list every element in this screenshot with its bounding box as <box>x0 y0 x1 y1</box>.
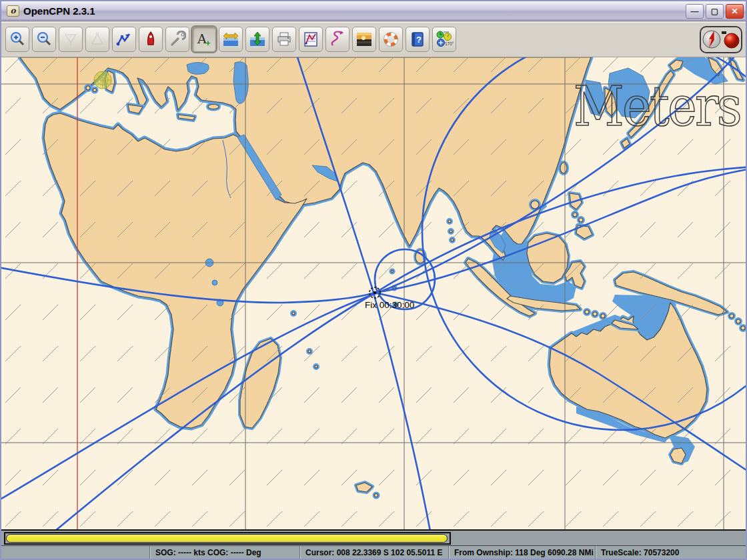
scale-chart-up-button <box>85 27 109 52</box>
print-button[interactable] <box>272 27 296 52</box>
route-manager-icon <box>302 31 319 48</box>
opencpn-window: o OpenCPN 2.3.1 — ▢ ✕ A+ <box>0 0 747 560</box>
status-empty-field <box>1 546 149 560</box>
scale-chart-down-button <box>59 27 83 52</box>
show-currents-icon <box>222 31 239 48</box>
zoom-in-icon <box>9 31 26 48</box>
show-currents-button[interactable] <box>219 27 243 52</box>
depth-unit-watermark: Meters <box>574 75 740 138</box>
maximize-button[interactable]: ▢ <box>706 4 724 19</box>
show-text-labels-icon: A+ <box>195 31 213 48</box>
zoom-out-button[interactable] <box>32 27 56 52</box>
compass-and-gps-status <box>701 27 741 52</box>
chart-bar <box>1 529 747 545</box>
svg-text:170°: 170° <box>445 41 454 46</box>
minimize-button[interactable]: — <box>686 4 704 19</box>
compass-gps-panel[interactable] <box>700 26 742 53</box>
color-scheme-button[interactable] <box>352 27 376 52</box>
fix-label: Fix 00:30:00 <box>365 300 414 310</box>
status-from-ownship: From Ownship: 118 Deg 6090.28 NMi <box>448 546 595 560</box>
help-button[interactable]: ? <box>406 27 430 52</box>
titlebar[interactable]: o OpenCPN 2.3.1 — ▢ ✕ <box>1 1 746 21</box>
show-text-button[interactable]: A+ <box>192 27 216 52</box>
zoom-in-button[interactable] <box>5 27 29 52</box>
create-route-button[interactable] <box>112 27 136 52</box>
status-sog-cog: SOG: ----- kts COG: ----- Deg <box>149 546 299 560</box>
status-bar: SOG: ----- kts COG: ----- Deg Cursor: 00… <box>1 545 747 560</box>
scale-chart-down-icon <box>62 31 79 48</box>
status-cursor-position: Cursor: 008 22.3369 S 102 05.5011 E <box>299 546 448 560</box>
close-button[interactable]: ✕ <box>726 4 744 19</box>
color-scheme-icon <box>355 31 373 48</box>
scale-chart-up-icon <box>89 31 106 48</box>
settings-button[interactable] <box>165 27 189 52</box>
show-tides-icon <box>249 31 266 48</box>
active-chart-button[interactable] <box>6 534 448 543</box>
follow-ownship-icon <box>142 31 159 48</box>
world-chart: Fix 00:30:00 Meters <box>1 57 747 529</box>
follow-ownship-button[interactable] <box>139 27 163 52</box>
mob-lifebuoy-icon <box>382 31 400 48</box>
show-tides-button[interactable] <box>245 27 269 52</box>
gps-status-light <box>724 33 739 48</box>
window-title: OpenCPN 2.3.1 <box>23 5 95 17</box>
print-chart-icon <box>275 31 293 48</box>
toggle-tracking-icon <box>329 31 346 48</box>
route-manager-button[interactable] <box>299 27 323 52</box>
link-glyph <box>722 31 726 34</box>
toggle-track-button[interactable] <box>325 27 349 52</box>
opencpn-logo-icon: o <box>7 5 19 17</box>
chart-canvas[interactable]: Fix 00:30:00 Meters <box>1 57 747 529</box>
ownship-marker[interactable] <box>94 71 111 89</box>
zoom-out-icon <box>35 31 53 48</box>
help-icon: ? <box>409 31 426 48</box>
create-route-icon <box>115 31 133 48</box>
status-truescale: TrueScale: 70573200 <box>595 546 747 560</box>
svg-text:+: + <box>205 38 211 48</box>
gps-status-clocks-icon: 170° <box>435 30 454 49</box>
toolbar: A+ ? 170° <box>1 22 746 57</box>
svg-text:?: ? <box>416 35 422 45</box>
mob-button[interactable] <box>379 27 403 52</box>
gps-status-button[interactable]: 170° <box>432 27 456 52</box>
settings-wrench-icon <box>169 31 186 48</box>
chart-bar-frame <box>4 532 451 545</box>
